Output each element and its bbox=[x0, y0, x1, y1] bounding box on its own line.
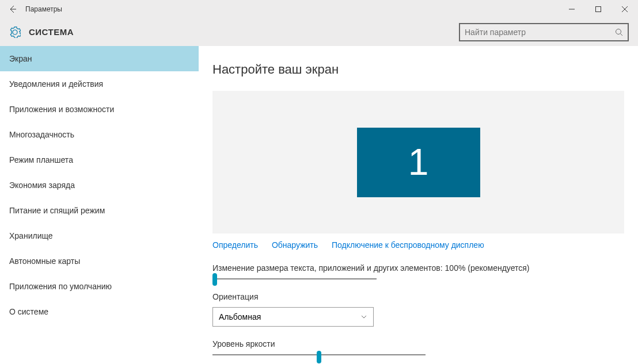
scale-label: Изменение размера текста, приложений и д… bbox=[212, 263, 624, 273]
sidebar-item-battery-saver[interactable]: Экономия заряда bbox=[0, 173, 199, 198]
wireless-display-link[interactable]: Подключение к беспроводному дисплею bbox=[332, 240, 484, 250]
sidebar-item-power-sleep[interactable]: Питание и спящий режим bbox=[0, 198, 199, 223]
content: Экран Уведомления и действия Приложения … bbox=[0, 46, 638, 364]
header-title: СИСТЕМА bbox=[29, 27, 459, 37]
close-button[interactable] bbox=[612, 0, 638, 18]
orientation-value: Альбомная bbox=[219, 312, 261, 321]
brightness-setting: Уровень яркости bbox=[212, 339, 624, 355]
scale-setting: Изменение размера текста, приложений и д… bbox=[212, 263, 624, 279]
search-box[interactable] bbox=[459, 23, 629, 41]
sidebar-item-notifications[interactable]: Уведомления и действия bbox=[0, 71, 199, 97]
sidebar-item-multitasking[interactable]: Многозадачность bbox=[0, 122, 199, 147]
brightness-slider[interactable] bbox=[212, 354, 426, 355]
arrow-left-icon bbox=[8, 5, 17, 14]
search-input[interactable] bbox=[465, 28, 615, 37]
scale-slider-thumb[interactable] bbox=[212, 273, 217, 286]
display-preview[interactable]: 1 bbox=[212, 91, 624, 233]
maximize-button[interactable] bbox=[585, 0, 612, 18]
orientation-label: Ориентация bbox=[212, 292, 624, 301]
sidebar-item-apps-features[interactable]: Приложения и возможности bbox=[0, 97, 199, 122]
orientation-select[interactable]: Альбомная bbox=[212, 307, 374, 327]
sidebar: Экран Уведомления и действия Приложения … bbox=[0, 46, 199, 364]
header: СИСТЕМА bbox=[0, 18, 638, 46]
maximize-icon bbox=[595, 6, 601, 12]
sidebar-item-display[interactable]: Экран bbox=[0, 46, 199, 71]
minimize-icon bbox=[569, 6, 575, 12]
page-title: Настройте ваш экран bbox=[212, 62, 624, 77]
brightness-slider-thumb[interactable] bbox=[317, 351, 321, 363]
svg-rect-0 bbox=[596, 7, 601, 12]
display-links: Определить Обнаружить Подключение к бесп… bbox=[212, 240, 624, 250]
svg-point-1 bbox=[616, 29, 621, 34]
chevron-down-icon bbox=[360, 313, 367, 320]
sidebar-item-default-apps[interactable]: Приложения по умолчанию bbox=[0, 274, 199, 299]
sidebar-item-tablet-mode[interactable]: Режим планшета bbox=[0, 147, 199, 173]
brightness-label: Уровень яркости bbox=[212, 339, 624, 348]
sidebar-item-storage[interactable]: Хранилище bbox=[0, 223, 199, 248]
window-title: Параметры bbox=[25, 5, 559, 13]
titlebar: Параметры bbox=[0, 0, 638, 18]
scale-slider[interactable] bbox=[212, 278, 377, 279]
orientation-setting: Ориентация Альбомная bbox=[212, 292, 624, 327]
monitor-number: 1 bbox=[408, 141, 429, 183]
identify-link[interactable]: Определить bbox=[212, 240, 258, 250]
back-button[interactable] bbox=[5, 1, 21, 17]
detect-link[interactable]: Обнаружить bbox=[272, 240, 318, 250]
monitor-thumbnail[interactable]: 1 bbox=[357, 128, 480, 197]
close-icon bbox=[622, 6, 628, 12]
sidebar-item-offline-maps[interactable]: Автономные карты bbox=[0, 248, 199, 274]
gear-icon bbox=[9, 26, 21, 38]
minimize-button[interactable] bbox=[559, 0, 585, 18]
main-panel: Настройте ваш экран 1 Определить Обнаруж… bbox=[199, 46, 638, 364]
sidebar-item-about[interactable]: О системе bbox=[0, 299, 199, 324]
search-icon bbox=[615, 28, 623, 36]
window-controls bbox=[559, 0, 638, 18]
